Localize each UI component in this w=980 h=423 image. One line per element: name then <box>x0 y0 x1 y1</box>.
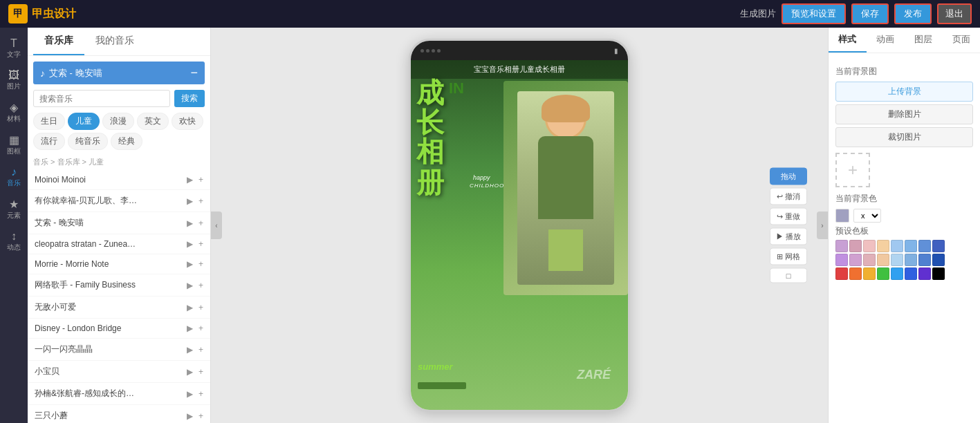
palette-color[interactable] <box>905 254 917 266</box>
add-bg-button[interactable]: + <box>835 153 870 187</box>
tag-classic[interactable]: 经典 <box>111 133 142 150</box>
sidebar-item-chart[interactable]: ▦ 图框 <box>1 129 26 160</box>
palette-color[interactable] <box>877 267 889 280</box>
palette-color[interactable] <box>891 267 903 280</box>
palette-color[interactable] <box>918 240 931 252</box>
list-item[interactable]: cleopatra stratan - Zunea… ▶ + <box>28 234 210 254</box>
palette-color[interactable] <box>891 254 903 266</box>
tab-animation[interactable]: 动画 <box>867 28 905 53</box>
sidebar-item-text[interactable]: T 文字 <box>1 33 26 64</box>
tag-english[interactable]: 英文 <box>137 113 169 130</box>
save-button[interactable]: 保存 <box>851 3 889 24</box>
tab-style[interactable]: 样式 <box>829 28 867 53</box>
canvas-area[interactable]: ‹ ▮ 宝宝音乐相册儿童成长相册 成 IN 长 相 册 hap <box>211 28 828 423</box>
search-input[interactable] <box>33 90 170 107</box>
mobile-tool[interactable]: □ <box>770 268 807 283</box>
sidebar-item-image[interactable]: 🖼 图片 <box>1 65 26 95</box>
grid-tool[interactable]: ⊞ 网格 <box>770 248 807 265</box>
play-icon[interactable]: ▶ <box>187 345 193 355</box>
list-item[interactable]: Morrie - Morrie Note ▶ + <box>28 254 210 274</box>
play-icon[interactable]: ▶ <box>187 389 193 399</box>
list-item[interactable]: 一闪一闪亮晶晶 ▶ + <box>28 339 210 361</box>
play-icon[interactable]: ▶ <box>187 175 193 185</box>
add-icon[interactable]: + <box>198 389 203 399</box>
sidebar-item-element[interactable]: ★ 元素 <box>1 194 26 225</box>
tag-happy[interactable]: 欢快 <box>172 113 203 130</box>
tab-layers[interactable]: 图层 <box>905 28 943 53</box>
delete-img-button[interactable]: 删除图片 <box>835 104 973 124</box>
palette-color[interactable] <box>863 240 876 252</box>
add-icon[interactable]: + <box>198 323 203 333</box>
sidebar-item-music[interactable]: ♪ 音乐 <box>1 162 26 192</box>
palette-color[interactable] <box>835 240 848 252</box>
palette-color[interactable] <box>905 267 917 280</box>
publish-button[interactable]: 发布 <box>894 3 932 24</box>
palette-color[interactable] <box>863 254 876 266</box>
tag-instrumental[interactable]: 纯音乐 <box>68 133 108 150</box>
search-button[interactable]: 搜索 <box>174 90 205 107</box>
tab-music-library[interactable]: 音乐库 <box>33 28 84 55</box>
add-icon[interactable]: + <box>198 411 203 421</box>
add-icon[interactable]: + <box>198 218 203 228</box>
tab-pages[interactable]: 页面 <box>942 28 980 53</box>
list-item[interactable]: 无敌小可爱 ▶ + <box>28 297 210 319</box>
add-icon[interactable]: + <box>198 196 203 206</box>
play-tool[interactable]: ▶ 播放 <box>770 228 807 245</box>
tag-birthday[interactable]: 生日 <box>33 113 65 130</box>
color-dropdown[interactable]: x <box>853 209 881 223</box>
collapse-left-handle[interactable]: ‹ <box>211 212 222 239</box>
tab-my-music[interactable]: 我的音乐 <box>84 28 145 55</box>
palette-color[interactable] <box>835 254 848 266</box>
list-item[interactable]: 艾索 - 晚安喵 ▶ + <box>28 212 210 234</box>
play-icon[interactable]: ▶ <box>187 367 193 377</box>
preview-settings-button[interactable]: 预览和设置 <box>782 3 846 24</box>
add-icon[interactable]: + <box>198 281 203 290</box>
add-icon[interactable]: + <box>198 239 203 249</box>
add-icon[interactable]: + <box>198 367 203 377</box>
play-icon[interactable]: ▶ <box>187 259 193 269</box>
palette-color[interactable] <box>877 240 889 252</box>
play-icon[interactable]: ▶ <box>187 411 193 421</box>
palette-color[interactable] <box>918 267 931 280</box>
palette-color[interactable] <box>835 267 848 280</box>
list-item[interactable]: 小宝贝 ▶ + <box>28 361 210 383</box>
palette-color[interactable] <box>849 240 862 252</box>
list-item[interactable]: 有你就幸福-贝瓦儿歌、李… ▶ + <box>28 190 210 212</box>
play-icon[interactable]: ▶ <box>187 281 193 290</box>
palette-color[interactable] <box>863 267 876 280</box>
palette-color[interactable] <box>932 267 945 280</box>
upload-bg-button[interactable]: 上传背景 <box>835 82 973 102</box>
list-item[interactable]: Moinoi Moinoi ▶ + <box>28 170 210 190</box>
list-item[interactable]: 孙楠&张航睿-感知成长的… ▶ + <box>28 383 210 405</box>
palette-color[interactable] <box>932 254 945 266</box>
color-swatch[interactable] <box>835 209 849 223</box>
list-item[interactable]: 网络歌手 - Family Business ▶ + <box>28 274 210 297</box>
redo-tool[interactable]: ↪ 重做 <box>770 208 807 225</box>
palette-color[interactable] <box>891 240 903 252</box>
add-icon[interactable]: + <box>198 303 203 312</box>
add-icon[interactable]: + <box>198 259 203 269</box>
play-icon[interactable]: ▶ <box>187 239 193 249</box>
play-icon[interactable]: ▶ <box>187 323 193 333</box>
list-item[interactable]: 三只小蘑 ▶ + <box>28 405 210 423</box>
palette-color[interactable] <box>849 254 862 266</box>
sidebar-item-material[interactable]: ◈ 材料 <box>1 97 26 128</box>
play-icon[interactable]: ▶ <box>187 196 193 206</box>
play-icon[interactable]: ▶ <box>187 218 193 228</box>
palette-color[interactable] <box>932 240 945 252</box>
tag-popular[interactable]: 流行 <box>33 133 65 150</box>
palette-color[interactable] <box>849 267 862 280</box>
palette-color[interactable] <box>905 240 917 252</box>
palette-color[interactable] <box>877 254 889 266</box>
palette-color[interactable] <box>918 254 931 266</box>
play-icon[interactable]: ▶ <box>187 303 193 312</box>
tag-romance[interactable]: 浪漫 <box>102 113 134 130</box>
current-song-minus[interactable]: − <box>190 66 198 80</box>
tag-children[interactable]: 儿童 <box>68 113 100 130</box>
list-item[interactable]: Disney - London Bridge ▶ + <box>28 319 210 339</box>
add-icon[interactable]: + <box>198 345 203 355</box>
crop-img-button[interactable]: 裁切图片 <box>835 127 973 147</box>
add-icon[interactable]: + <box>198 175 203 185</box>
sidebar-item-motion[interactable]: ↕ 动态 <box>1 226 26 256</box>
collapse-right-handle[interactable]: › <box>817 212 828 239</box>
